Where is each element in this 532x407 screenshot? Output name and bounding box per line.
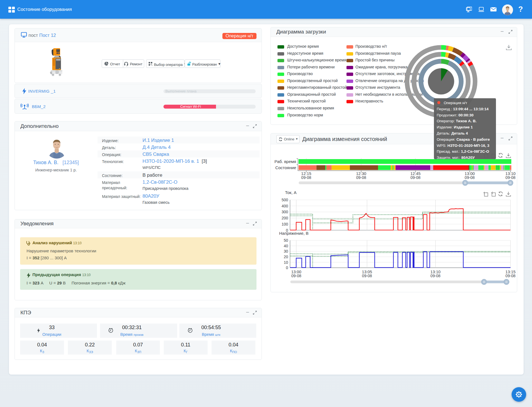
svg-text:09-08: 09-08: [291, 274, 301, 278]
svg-text:Ток, А: Ток, А: [285, 190, 296, 195]
svg-text:50: 50: [284, 238, 288, 243]
svg-text:0: 0: [286, 228, 288, 233]
svg-text:500: 500: [282, 198, 288, 202]
svg-text:0: 0: [286, 265, 288, 270]
svg-text:400: 400: [282, 204, 288, 208]
svg-text:09-08: 09-08: [301, 175, 311, 180]
svg-text:09-08: 09-08: [505, 274, 516, 278]
svg-text:09-08: 09-08: [410, 175, 421, 180]
svg-text:300: 300: [282, 210, 288, 214]
svg-text:09-08: 09-08: [362, 274, 372, 278]
svg-text:40: 40: [284, 244, 288, 248]
svg-text:100: 100: [282, 222, 288, 226]
svg-text:09-08: 09-08: [505, 175, 516, 180]
svg-text:10: 10: [284, 260, 288, 265]
svg-text:Состояние: Состояние: [275, 165, 296, 170]
svg-text:09-08: 09-08: [465, 175, 475, 180]
svg-text:20: 20: [284, 255, 288, 259]
svg-text:09-08: 09-08: [356, 175, 366, 180]
svg-text:Раб. время: Раб. время: [274, 159, 296, 164]
svg-text:30: 30: [284, 249, 288, 253]
svg-text:200: 200: [282, 216, 288, 220]
svg-text:Напряжение, В: Напряжение, В: [279, 231, 308, 236]
svg-text:09-08: 09-08: [431, 274, 441, 278]
